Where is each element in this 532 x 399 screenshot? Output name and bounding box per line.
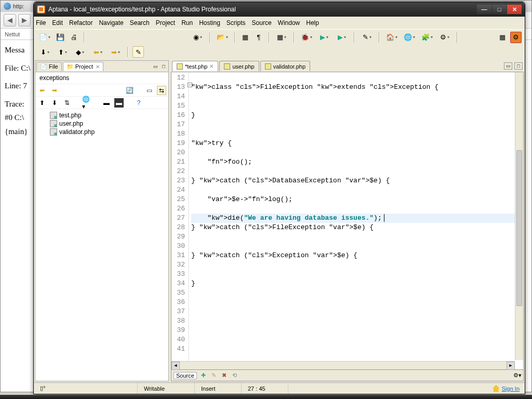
globe-icon (4, 3, 11, 10)
project-toolbar-2: ⬆ ⬇ ⇅ 🌐▾ ▬ ▬ ? (35, 97, 168, 109)
status-position: 27 : 45 (242, 383, 288, 394)
signin-link[interactable]: Sign In (487, 385, 525, 392)
php-file-icon (50, 120, 57, 127)
tree-item-test[interactable]: test.php (39, 111, 164, 119)
menu-hosting[interactable]: Hosting (199, 19, 220, 26)
editor-tab-user[interactable]: user.php (219, 61, 259, 71)
menu-navigate[interactable]: Navigate (99, 19, 123, 26)
code-editor[interactable]: 1213141516171819202122232425262728293031… (171, 72, 524, 370)
php-file-icon (224, 63, 230, 70)
back-history-button[interactable]: ⬅ (90, 46, 105, 58)
scroll-left-icon[interactable]: ◀ (171, 362, 180, 370)
browser-forward-button[interactable]: ▶ (18, 14, 31, 26)
run-button[interactable]: ▶ (316, 32, 332, 43)
maximize-button[interactable]: □ (492, 5, 507, 14)
tool-1[interactable]: ◉ (190, 32, 205, 43)
project-icon: 📁 (66, 63, 74, 70)
refresh-icon[interactable]: 🔄 (125, 86, 134, 95)
tool-12[interactable]: 🧩 (419, 32, 435, 43)
close-icon[interactable]: ✕ (209, 63, 214, 69)
editor-min-icon[interactable]: ▭ (504, 62, 512, 70)
print-button[interactable]: 🖨 (68, 32, 79, 43)
tool-c[interactable]: ◆ (72, 46, 88, 58)
editor-tab-validator[interactable]: validator.php (260, 61, 310, 71)
main-toolbar: 📄 💾 🖨 ◉ 📂 ▦ ¶ ▦ 🐞 ▶ ▶ ✎ 🏠 🌐 🧩 ⚙ ▦ ⚙ (34, 29, 525, 45)
tool-a[interactable]: ⬇ (37, 46, 52, 58)
web-icon[interactable]: 🌐▾ (82, 98, 91, 108)
menu-scripts[interactable]: Scripts (227, 19, 246, 26)
term2-icon[interactable]: ▬ (114, 98, 124, 108)
status-writable: Writable (138, 383, 195, 394)
menu-search[interactable]: Search (130, 19, 150, 26)
scroll-right-icon[interactable]: ▶ (507, 362, 515, 370)
vertical-scrollbar[interactable] (515, 72, 523, 360)
delete-icon[interactable]: ✖ (221, 372, 228, 379)
save-button[interactable]: 💾 (55, 32, 66, 43)
secondary-toolbar: ⬇ ⬆ ◆ ⬅ ➡ ✎ (34, 45, 525, 59)
tool-2[interactable]: 📂 (215, 32, 230, 43)
browser-back-button[interactable]: ◀ (4, 14, 16, 26)
php-file-icon (50, 128, 57, 136)
pane-min-icon[interactable]: ▭ (152, 63, 159, 70)
minimize-button[interactable]: — (477, 5, 491, 14)
menu-project[interactable]: Project (156, 19, 175, 26)
perspective-aptana[interactable]: ⚙ (510, 32, 522, 43)
up-icon[interactable]: ⬆ (37, 98, 47, 108)
tree-item-user[interactable]: user.php (39, 119, 164, 128)
editor-tab-test[interactable]: *test.php ✕ (172, 61, 218, 71)
aptana-icon (37, 5, 45, 14)
tool-13[interactable]: ⚙ (437, 32, 453, 43)
tool-3[interactable]: ▦ (240, 32, 251, 43)
menu-run[interactable]: Run (181, 19, 193, 26)
help-icon[interactable]: ? (134, 98, 143, 108)
tree-item-validator[interactable]: validator.php (39, 128, 164, 136)
sort-icon[interactable]: ⇅ (62, 98, 72, 108)
editor-tabs: *test.php ✕ user.php validator.php ▭ □ (171, 60, 524, 72)
os-taskbar (0, 395, 532, 399)
edit-icon[interactable]: ✎ (210, 372, 218, 379)
nav-fwd-icon[interactable]: ➡ (50, 86, 59, 95)
tool-9[interactable]: ✎ (359, 32, 375, 43)
tool-10[interactable]: 🏠 (384, 32, 400, 43)
menu-refactor[interactable]: Refactor (69, 19, 92, 26)
tool-4[interactable]: ¶ (253, 32, 264, 43)
tool-b[interactable]: ⬆ (55, 46, 70, 58)
forward-history-button[interactable]: ➡ (108, 46, 123, 58)
debug-button[interactable]: 🐞 (299, 32, 314, 43)
sync-icon[interactable]: ⟲ (231, 372, 238, 379)
menu-source[interactable]: Source (252, 19, 272, 26)
statusbar: ▯° Writable Insert 27 : 45 Sign In (34, 382, 525, 394)
fold-icon[interactable]: − (188, 83, 192, 87)
code-area[interactable]: "kw">class "cls">FileException "kw">exte… (189, 72, 523, 369)
link-icon[interactable]: ⇆ (157, 86, 166, 95)
tool-11[interactable]: 🌐 (402, 32, 417, 43)
tool-f[interactable]: ✎ (132, 46, 144, 58)
ide-title: Aptana - local_test/exceptions/test.php … (48, 6, 236, 13)
down-icon[interactable]: ⬇ (50, 98, 59, 108)
menu-file[interactable]: File (36, 19, 46, 26)
new-button[interactable]: 📄 (37, 32, 52, 43)
gear-icon[interactable]: ⚙▾ (514, 372, 521, 379)
close-icon[interactable]: ✕ (96, 64, 100, 70)
perspective-1[interactable]: ▦ (497, 32, 508, 43)
file-tab[interactable]: 📄 File (36, 62, 62, 71)
run-ext-button[interactable]: ▶ (334, 32, 350, 43)
horizontal-scrollbar[interactable]: ◀ ▶ (171, 361, 515, 369)
home-icon (493, 385, 500, 392)
collapse-icon[interactable]: ▭ (144, 86, 154, 95)
editor-max-icon[interactable]: □ (514, 62, 523, 70)
pane-max-icon[interactable]: □ (160, 63, 167, 70)
term1-icon[interactable]: ▬ (102, 98, 111, 108)
php-file-icon (265, 63, 271, 70)
ide-titlebar[interactable]: Aptana - local_test/exceptions/test.php … (34, 2, 525, 17)
add-icon[interactable]: ✚ (200, 372, 207, 379)
menu-help[interactable]: Help (306, 19, 319, 26)
menu-window[interactable]: Window (278, 19, 300, 26)
project-tab[interactable]: 📁 Project ✕ (63, 62, 103, 71)
project-tree: test.php user.php validator.php (35, 109, 168, 138)
tool-5[interactable]: ▦ (274, 32, 289, 43)
source-view-tab[interactable]: Source (174, 372, 197, 379)
menu-edit[interactable]: Edit (52, 19, 63, 26)
close-button[interactable]: ✕ (507, 5, 522, 14)
nav-back-icon[interactable]: ⬅ (37, 86, 47, 95)
